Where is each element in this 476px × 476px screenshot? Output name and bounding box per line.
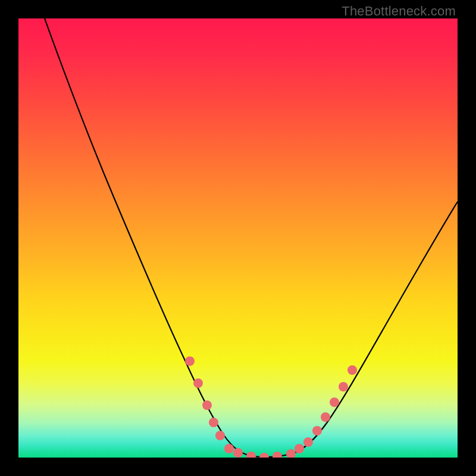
marker-dot [246,452,256,458]
marker-dots-group [185,356,357,458]
marker-dot [347,365,357,375]
marker-dot [303,437,313,447]
marker-dot [224,444,234,453]
marker-dot [259,453,269,458]
marker-dot [209,418,218,427]
plot-area [18,18,458,458]
marker-dot [321,412,330,422]
marker-dot [193,378,203,388]
marker-dot [286,449,296,458]
marker-dot [233,448,243,458]
marker-dot [273,452,282,458]
chart-frame: TheBottleneck.com [0,0,476,476]
marker-dot [312,426,322,436]
curve-layer [18,18,458,458]
marker-dot [185,356,195,366]
marker-dot [339,382,348,392]
marker-dot [215,431,225,440]
watermark-text: TheBottleneck.com [342,4,456,19]
marker-dot [330,397,339,407]
marker-dot [202,400,212,410]
marker-dot [295,444,304,453]
bottleneck-curve [45,18,458,457]
